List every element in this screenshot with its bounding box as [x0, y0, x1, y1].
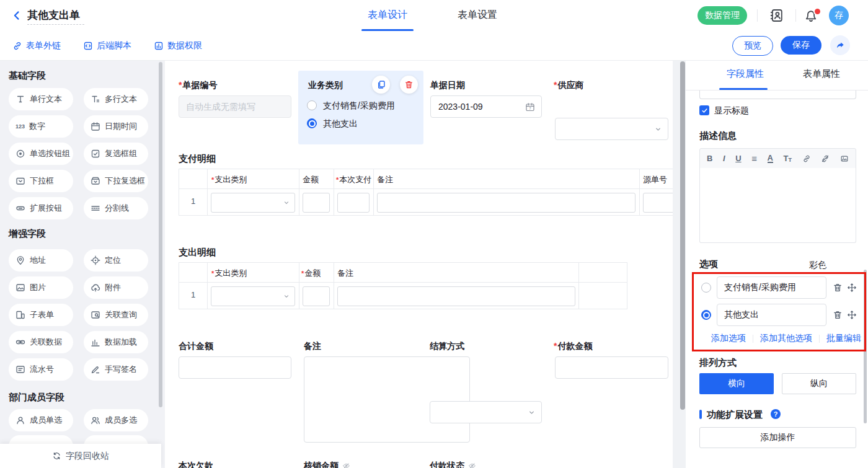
field-item-address[interactable]: 地址: [9, 249, 73, 272]
settle-method-select[interactable]: [430, 401, 542, 423]
share-button[interactable]: [830, 35, 850, 55]
font-color-button[interactable]: A: [768, 154, 773, 163]
pay-row-remark-input[interactable]: [377, 193, 636, 213]
field-item-lookup[interactable]: 关联查询: [84, 304, 148, 326]
field-item-multi-select[interactable]: 下拉复选框: [84, 170, 148, 192]
field-item-image[interactable]: 图片: [9, 276, 73, 299]
delete-field-button[interactable]: [400, 76, 418, 94]
option-2-input[interactable]: [717, 304, 826, 326]
bill-date-label: 单据日期: [430, 80, 465, 91]
option-2-delete-icon[interactable]: [833, 310, 843, 320]
field-item-radio-group[interactable]: 单选按钮组: [9, 143, 73, 165]
help-icon[interactable]: ?: [771, 409, 781, 419]
avatar[interactable]: 存: [829, 6, 849, 25]
form-external-link[interactable]: 表单外链: [12, 40, 61, 51]
biz-type-radio-2[interactable]: [307, 118, 317, 128]
page-title[interactable]: 其他支出单: [27, 8, 80, 22]
tab-form-settings[interactable]: 表单设置: [448, 9, 507, 22]
field-item-signature[interactable]: 手写签名: [84, 358, 148, 381]
field-title-input-partial[interactable]: [699, 91, 856, 99]
canvas-scrollbar[interactable]: [680, 61, 685, 410]
insert-link-button[interactable]: [802, 154, 811, 163]
pay-amount-input[interactable]: [555, 356, 668, 379]
field-item-extend-button[interactable]: 扩展按钮: [9, 197, 73, 219]
pay-row-source-no-input[interactable]: [643, 193, 673, 213]
underline-button[interactable]: U: [735, 154, 741, 163]
backend-script-link[interactable]: 后端脚本: [83, 40, 131, 51]
contacts-icon[interactable]: [769, 8, 784, 23]
field-item-member-single[interactable]: 成员单选: [9, 409, 73, 431]
data-permission-link[interactable]: 数据权限: [154, 40, 202, 51]
field-item-data-load[interactable]: 数据加载: [84, 331, 148, 353]
app-window: 其他支出单 表单设计 表单设置 数据管理 存: [0, 0, 868, 468]
pay-row-amount-input[interactable]: [303, 193, 330, 213]
remark-textarea[interactable]: [304, 356, 470, 443]
tab-form-design[interactable]: 表单设计: [358, 9, 417, 22]
total-amount-input[interactable]: [179, 356, 291, 379]
arrange-vertical-button[interactable]: 纵向: [782, 373, 856, 394]
field-item-subform[interactable]: 子表单: [9, 304, 73, 326]
option-1-input[interactable]: [717, 276, 826, 299]
pay-row-number: 1: [179, 196, 207, 206]
option-2-move-icon[interactable]: [847, 310, 857, 320]
linked-data-icon: [16, 337, 25, 347]
field-item-serial-number[interactable]: 流水号: [9, 358, 73, 381]
field-item-linked-data[interactable]: 关联数据: [9, 331, 73, 353]
field-item-single-line-text[interactable]: 单行文本: [9, 88, 73, 110]
tab-form-properties[interactable]: 表单属性: [797, 68, 846, 80]
insert-image-button[interactable]: [840, 154, 849, 163]
option-1-radio[interactable]: [701, 283, 711, 293]
field-item-multi-line-text[interactable]: 多行文本: [84, 88, 148, 110]
pay-row-this-pay-input[interactable]: [337, 193, 370, 213]
option-1-delete-icon[interactable]: [833, 283, 843, 293]
font-size-button[interactable]: TT: [784, 154, 792, 163]
expense-row-amount-input[interactable]: [303, 286, 330, 306]
tab-field-properties[interactable]: 字段属性: [720, 68, 770, 80]
sidebar-scrollbar[interactable]: [159, 62, 162, 407]
batch-edit-link[interactable]: 批量编辑: [826, 333, 861, 344]
add-other-option-link[interactable]: 添加其他选项: [760, 333, 812, 344]
rich-editor-body[interactable]: [699, 168, 856, 243]
field-item-select[interactable]: 下拉框: [9, 170, 73, 192]
field-item-member-multi[interactable]: 成员多选: [84, 409, 148, 431]
field-recycle-bar[interactable]: 字段回收站: [0, 444, 161, 468]
field-item-attachment[interactable]: 附件: [84, 276, 148, 299]
expense-row-expense-type-select[interactable]: [211, 286, 295, 306]
remove-link-button[interactable]: [821, 154, 830, 163]
svg-text:7: 7: [529, 106, 531, 110]
preview-button[interactable]: 预览: [732, 36, 773, 56]
recycle-icon: [52, 451, 61, 461]
field-item-location[interactable]: 定位: [84, 249, 148, 272]
add-option-link[interactable]: 添加选项: [711, 333, 746, 344]
bill-date-input[interactable]: 2023-01-09 7: [430, 95, 542, 118]
copy-field-button[interactable]: [372, 76, 390, 94]
show-title-checkbox[interactable]: [699, 105, 709, 115]
expense-detail-title: 支出明细: [179, 247, 216, 258]
bold-button[interactable]: B: [707, 154, 712, 163]
align-button[interactable]: ≡: [751, 153, 757, 164]
multi-line-text-icon: [91, 94, 100, 104]
biz-type-radio-1[interactable]: [307, 100, 317, 110]
field-item-number[interactable]: 123 数字: [9, 115, 73, 138]
option-2-radio[interactable]: [701, 310, 711, 320]
expense-col-expense-type: *支出类别: [211, 268, 247, 279]
save-button[interactable]: 保存: [781, 36, 822, 55]
link-icon: [12, 41, 22, 51]
page-title-underline: [27, 24, 84, 25]
field-item-checkbox-group[interactable]: 复选框组: [84, 143, 148, 165]
expense-row-remark-input[interactable]: [337, 286, 575, 306]
add-action-button[interactable]: 添加操作: [699, 427, 856, 448]
arrange-horizontal-button[interactable]: 横向: [699, 373, 774, 394]
chevron-down-icon: [283, 199, 290, 206]
biz-type-field[interactable]: 业务类别 支付销售/采购费用 其他支出: [298, 71, 423, 144]
bill-no-input[interactable]: [179, 95, 291, 118]
option-1-move-icon[interactable]: [847, 283, 857, 293]
supplier-select[interactable]: [555, 118, 668, 140]
field-item-datetime[interactable]: 日期时间: [84, 115, 148, 138]
pay-row-expense-type-select[interactable]: [211, 193, 295, 213]
panel-scrollbar[interactable]: [864, 270, 867, 423]
back-icon[interactable]: [11, 10, 22, 21]
field-item-divider[interactable]: 分割线: [84, 197, 148, 219]
data-manage-button[interactable]: 数据管理: [698, 6, 747, 25]
italic-button[interactable]: I: [723, 154, 725, 163]
